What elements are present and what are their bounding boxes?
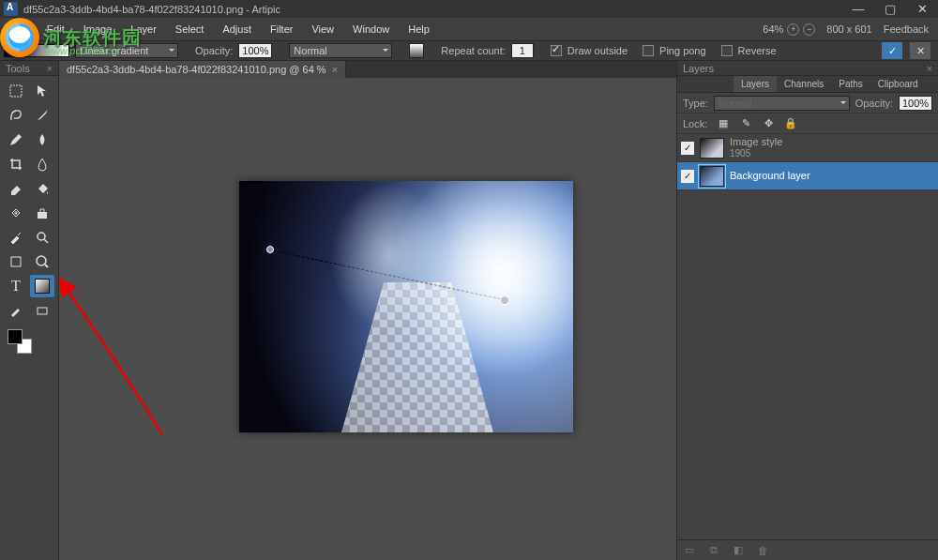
visibility-toggle[interactable]: ✓: [681, 170, 694, 183]
tool-lasso[interactable]: [4, 104, 28, 127]
tool-color-picker[interactable]: [4, 299, 28, 322]
svg-rect-0: [10, 85, 22, 97]
lock-label: Lock:: [683, 118, 707, 129]
new-layer-icon[interactable]: ▭: [683, 544, 696, 557]
repeat-label: Repeat count:: [441, 45, 506, 56]
canvas-dimensions: 800 x 601: [826, 23, 871, 35]
document-tab[interactable]: df55c2a3-3ddb-4bd4-ba78-4f022f83241010.p…: [59, 61, 346, 78]
tools-header: Tools×: [0, 61, 58, 76]
layer-opacity-label: Opacity:: [855, 98, 893, 109]
foreground-color[interactable]: [8, 329, 23, 344]
tool-clone[interactable]: [30, 202, 54, 224]
layers-panel: Layers× Layers Channels Paths Clipboard …: [676, 61, 938, 560]
layer-thumbnail[interactable]: [700, 166, 724, 187]
blend-mode-dropdown[interactable]: Normal: [289, 43, 392, 58]
close-icon[interactable]: ×: [332, 64, 338, 75]
close-icon[interactable]: ×: [927, 63, 932, 74]
titlebar: df55c2a3-3ddb-4bd4-ba78-4f022f83241010.p…: [0, 0, 938, 18]
feedback-link[interactable]: Feedback: [884, 23, 929, 35]
cancel-button[interactable]: ✕: [910, 42, 930, 59]
app-icon: [4, 2, 18, 16]
lock-paint-icon[interactable]: ✎: [739, 117, 752, 130]
tool-eyedropper[interactable]: [4, 226, 28, 249]
tool-magnify[interactable]: [30, 250, 54, 273]
tool-eraser[interactable]: [4, 177, 28, 200]
gradient-start-handle[interactable]: [266, 246, 274, 253]
tool-gradient[interactable]: [30, 275, 54, 297]
workspace[interactable]: [59, 78, 676, 560]
svg-rect-3: [11, 257, 21, 266]
tool-rect[interactable]: [30, 299, 54, 322]
gradient-type-icon[interactable]: [409, 43, 424, 58]
draw-outside-label: Draw outside: [567, 45, 628, 56]
canvas-image[interactable]: [239, 181, 573, 432]
menu-adjust[interactable]: Adjust: [213, 21, 261, 38]
layer-opacity-input[interactable]: 100%: [899, 96, 932, 111]
layer-name: Image style: [730, 136, 782, 148]
tool-blur[interactable]: [30, 129, 54, 151]
tool-droplet[interactable]: [30, 153, 54, 175]
tool-crop[interactable]: [4, 153, 28, 175]
layer-row[interactable]: ✓ Background layer: [677, 162, 938, 190]
gradient-mode-dropdown[interactable]: Linear gradient: [75, 43, 178, 58]
close-button[interactable]: ✕: [906, 0, 938, 18]
menu-view[interactable]: View: [302, 21, 343, 38]
menu-layer[interactable]: Layer: [121, 21, 166, 38]
zoom-in-button[interactable]: +: [787, 23, 799, 36]
layer-mask-icon[interactable]: ◧: [732, 544, 745, 557]
gradient-preview[interactable]: [4, 44, 69, 57]
gradient-line[interactable]: [270, 250, 506, 300]
lock-position-icon[interactable]: ✥: [762, 117, 775, 130]
tool-zoom[interactable]: [30, 226, 54, 249]
tool-heal[interactable]: [4, 202, 28, 224]
svg-point-2: [38, 233, 45, 240]
menubar: File Edit Image Layer Select Adjust Filt…: [0, 18, 938, 40]
layer-list: ✓ Image style 1905 ✓ Background layer: [677, 134, 938, 539]
tab-paths[interactable]: Paths: [831, 76, 870, 92]
tab-clipboard[interactable]: Clipboard: [870, 76, 926, 92]
layer-type-dropdown[interactable]: Normal: [714, 96, 850, 111]
repeat-input[interactable]: 1: [511, 43, 534, 58]
annotation-arrow: [59, 265, 190, 453]
tool-text[interactable]: T: [4, 275, 28, 297]
color-swatches[interactable]: [0, 325, 58, 354]
opacity-label: Opacity:: [195, 45, 233, 56]
menu-file[interactable]: File: [2, 21, 38, 38]
tool-marquee[interactable]: [4, 80, 28, 102]
reverse-label: Reverse: [738, 45, 777, 56]
visibility-toggle[interactable]: ✓: [681, 142, 694, 155]
tool-brush[interactable]: [30, 104, 54, 127]
svg-rect-1: [38, 212, 47, 219]
menu-select[interactable]: Select: [166, 21, 214, 38]
menu-help[interactable]: Help: [399, 21, 439, 38]
maximize-button[interactable]: ▢: [874, 0, 906, 18]
minimize-button[interactable]: —: [842, 0, 874, 18]
lock-transparency-icon[interactable]: ▦: [717, 117, 730, 130]
layer-row[interactable]: ✓ Image style 1905: [677, 134, 938, 162]
options-bar: Linear gradient Opacity: 100% Normal Rep…: [0, 40, 938, 61]
tool-bucket[interactable]: [30, 177, 54, 200]
delete-layer-icon[interactable]: 🗑: [756, 544, 769, 557]
reverse-checkbox[interactable]: [721, 45, 733, 56]
menu-window[interactable]: Window: [343, 21, 399, 38]
lock-all-icon[interactable]: 🔒: [784, 117, 797, 130]
menu-filter[interactable]: Filter: [261, 21, 302, 38]
layer-sub: 1905: [730, 148, 782, 159]
close-icon[interactable]: ×: [47, 63, 53, 74]
tool-move[interactable]: [30, 80, 54, 102]
duplicate-layer-icon[interactable]: ⧉: [707, 544, 720, 557]
tab-channels[interactable]: Channels: [777, 76, 831, 92]
apply-button[interactable]: ✓: [882, 42, 902, 59]
tool-shape[interactable]: [4, 250, 28, 273]
tool-pencil[interactable]: [4, 129, 28, 151]
tab-layers[interactable]: Layers: [734, 76, 777, 92]
gradient-end-handle[interactable]: [500, 295, 509, 305]
opacity-input[interactable]: 100%: [238, 43, 272, 58]
svg-point-4: [37, 256, 46, 265]
menu-image[interactable]: Image: [74, 21, 122, 38]
zoom-out-button[interactable]: −: [803, 23, 815, 36]
menu-edit[interactable]: Edit: [38, 21, 74, 38]
layer-thumbnail[interactable]: [700, 138, 724, 159]
draw-outside-checkbox[interactable]: [551, 45, 562, 56]
ping-pong-checkbox[interactable]: [643, 45, 654, 56]
